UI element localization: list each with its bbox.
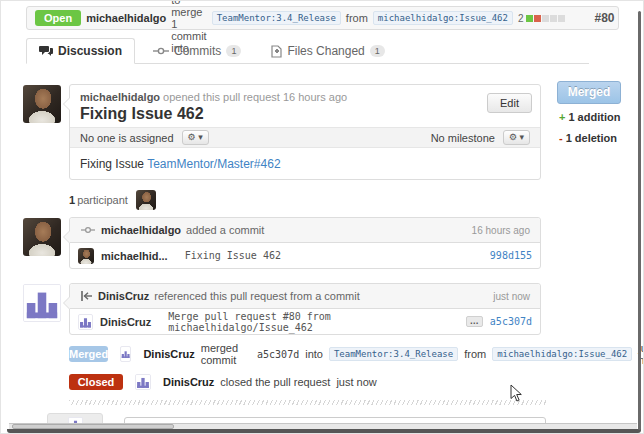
avatar-michaelhidalgo[interactable]: [23, 218, 61, 256]
comment-author-link[interactable]: michaelhidalgo: [80, 91, 160, 103]
main-comment-bubble: michaelhidalgoopened this pull request 1…: [69, 84, 541, 180]
commit-author-name: DinisCruz: [100, 316, 151, 328]
merged-badge: Merged: [69, 346, 108, 362]
minus-icon: -: [559, 132, 563, 144]
assignee-milestone-bar: No one is assigned ⚙ ▾ No milestone ⚙ ▾: [70, 127, 540, 148]
merged-text: merged commit: [201, 342, 251, 366]
commit-sha-link[interactable]: 998d155: [490, 250, 532, 261]
gear-icon: ⚙: [188, 132, 196, 142]
tab-commits-label: Commits: [174, 44, 221, 58]
pr-author-link[interactable]: michaelhidalgo: [86, 12, 166, 24]
window-bottom-edge: [7, 429, 641, 433]
closed-text: closed the pull request: [220, 376, 330, 388]
timeline-divider: [69, 400, 546, 405]
merged-event-row: Merged DinisCruz merged commit a5c307d i…: [69, 342, 644, 366]
commits-count-badge: 1: [226, 45, 241, 57]
assignee-text: No one is assigned: [80, 132, 174, 144]
event-action-text: added a commit: [186, 224, 264, 236]
additions-summary: +1 addition: [559, 111, 620, 123]
gear-icon: ⚙: [509, 132, 517, 142]
deletions-label: 1 deletion: [566, 132, 617, 144]
file-icon: [271, 45, 282, 58]
expand-commit-button[interactable]: …: [466, 316, 483, 327]
head-ref-label: michaelhidalgo:Issue_462: [492, 347, 632, 361]
deletions-summary: -1 deletion: [559, 132, 617, 144]
closed-badge: Closed: [69, 374, 123, 390]
event-timestamp[interactable]: 16 hours ago: [472, 225, 530, 236]
assignee-gear-button[interactable]: ⚙ ▾: [182, 130, 209, 145]
into-text: into: [305, 348, 323, 360]
tab-discussion[interactable]: Discussion: [26, 38, 135, 64]
closed-event-row: Closed DinisCruz closed the pull request…: [69, 374, 377, 390]
commit-author-avatar-identicon[interactable]: [78, 314, 93, 330]
participants-label: participant: [77, 194, 128, 206]
changed-files-count: 2: [518, 13, 524, 24]
commit-row: michaelhid... Fixing Issue 462 998d155: [70, 243, 540, 268]
tab-commits[interactable]: Commits 1: [141, 39, 253, 63]
reference-event-header: DinisCruz referenced this pull request f…: [70, 284, 540, 309]
reference-icon: [80, 290, 93, 302]
comment-body-text: Fixing Issue: [80, 157, 144, 171]
commit-event-bubble: michaelhidalgo added a commit 16 hours a…: [69, 217, 541, 269]
commit-author-avatar[interactable]: [78, 248, 94, 264]
comment-meta-text: opened this pull request 16 hours ago: [163, 91, 347, 103]
participants-count: 1: [69, 194, 75, 206]
avatar-diniscruz-identicon[interactable]: [23, 284, 61, 322]
commit-sha-link[interactable]: a5c307d: [490, 316, 532, 327]
avatar-diniscruz-identicon[interactable]: [120, 346, 131, 362]
commit-icon: [153, 46, 169, 56]
participant-avatar[interactable]: [136, 190, 156, 210]
event-author-link[interactable]: michaelhidalgo: [101, 224, 181, 236]
issue-link[interactable]: TeamMentor/Master#462: [147, 157, 280, 171]
commit-message-link[interactable]: Merge pull request #80 from michaelhidal…: [168, 311, 459, 333]
chevron-down-icon: ▾: [519, 132, 524, 142]
window-right-edge: [638, 11, 641, 430]
files-changed-count-badge: 1: [370, 45, 385, 57]
mouse-cursor-icon: [510, 384, 523, 403]
commit-event-header: michaelhidalgo added a commit 16 hours a…: [70, 218, 540, 243]
avatar-diniscruz-identicon[interactable]: [135, 374, 151, 390]
main-comment-header: michaelhidalgoopened this pull request 1…: [70, 85, 540, 127]
plus-icon: +: [559, 111, 565, 123]
base-ref-label: TeamMentor:3.4_Release: [212, 11, 341, 25]
diff-stat: 2 #80: [518, 11, 615, 25]
tab-discussion-label: Discussion: [58, 44, 122, 58]
milestone-gear-button[interactable]: ⚙ ▾: [503, 130, 530, 145]
comment-body: Fixing Issue TeamMentor/Master#462: [70, 148, 540, 180]
commit-message-link[interactable]: Fixing Issue 462: [185, 250, 281, 261]
from-text: from: [346, 12, 368, 24]
milestone-text: No milestone: [431, 132, 495, 144]
pr-state-button: Merged: [557, 81, 621, 104]
tab-files-changed[interactable]: Files Changed 1: [259, 39, 396, 63]
commit-author-name: michaelhid...: [101, 250, 168, 262]
pr-state-badge: Open: [35, 10, 81, 26]
event-author-link[interactable]: DinisCruz: [143, 348, 194, 360]
pull-request-page: Open michaelhidalgo wants to merge 1 com…: [0, 0, 644, 434]
participants-text: 1participant: [69, 194, 128, 206]
event-action-text: referenced this pull request from a comm…: [154, 290, 359, 302]
pr-header: Open michaelhidalgo wants to merge 1 com…: [26, 6, 619, 30]
tab-files-changed-label: Files Changed: [287, 44, 364, 58]
base-ref-label: TeamMentor:3.4_Release: [329, 347, 458, 361]
participants-row: 1participant: [69, 190, 156, 210]
pr-number: #80: [594, 11, 614, 25]
tab-bar: Discussion Commits 1 Files Changed 1: [26, 39, 589, 64]
avatar-michaelhidalgo[interactable]: [23, 85, 61, 123]
edit-button[interactable]: Edit: [487, 93, 532, 113]
commit-icon: [80, 225, 96, 235]
discussion-icon: [39, 45, 53, 57]
event-timestamp[interactable]: just now: [336, 376, 376, 388]
event-timestamp[interactable]: just now: [493, 291, 530, 302]
chevron-down-icon: ▾: [198, 132, 203, 142]
additions-label: 1 addition: [568, 111, 620, 123]
event-author-link[interactable]: DinisCruz: [163, 376, 214, 388]
diff-blocks-icon: [526, 15, 565, 22]
head-ref-label: michaelhidalgo:Issue_462: [373, 11, 513, 25]
from-text: from: [464, 348, 486, 360]
commit-row: DinisCruz Merge pull request #80 from mi…: [70, 309, 540, 334]
event-author-link[interactable]: DinisCruz: [98, 290, 149, 302]
reference-event-bubble: DinisCruz referenced this pull request f…: [69, 283, 541, 335]
merged-sha[interactable]: a5c307d: [257, 349, 299, 360]
pr-title: Fixing Issue 462: [80, 105, 530, 123]
